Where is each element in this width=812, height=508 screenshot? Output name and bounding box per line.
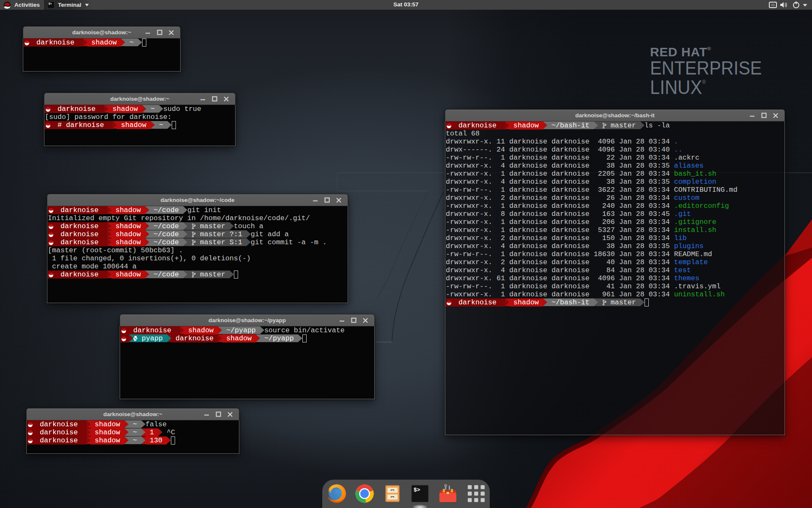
svg-text:$>: $> (414, 487, 420, 493)
